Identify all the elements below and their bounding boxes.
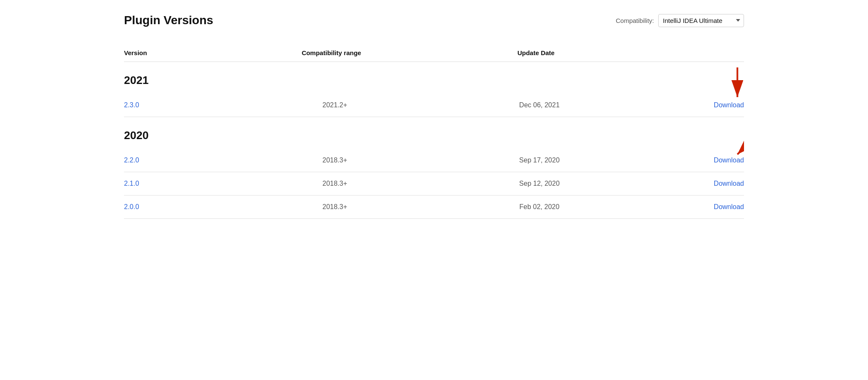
download-link[interactable]: Download xyxy=(714,101,744,109)
compat-range-cell: 2018.3+ xyxy=(198,149,471,172)
table-row: 2.0.0 2018.3+ Feb 02, 2020 Download xyxy=(124,196,744,219)
versions-table-wrapper: Version Compatibility range Update Date … xyxy=(124,44,744,219)
download-link[interactable]: Download xyxy=(714,156,744,164)
versions-table: Version Compatibility range Update Date … xyxy=(124,44,744,219)
page-title: Plugin Versions xyxy=(124,14,213,27)
download-cell: Download xyxy=(608,149,744,172)
update-date-cell: Sep 12, 2020 xyxy=(471,172,608,196)
update-date-cell: Feb 02, 2020 xyxy=(471,196,608,219)
compat-range-cell: 2021.2+ xyxy=(198,94,471,117)
compatibility-label: Compatibility: xyxy=(616,17,654,24)
table-header-row: Version Compatibility range Update Date xyxy=(124,44,744,62)
page-header: Plugin Versions Compatibility: IntelliJ … xyxy=(124,14,744,27)
col-header-download xyxy=(608,44,744,62)
update-date-cell: Sep 17, 2020 xyxy=(471,149,608,172)
col-header-version: Version xyxy=(124,44,198,62)
version-cell: 2.3.0 xyxy=(124,94,198,117)
compatibility-selector: Compatibility: IntelliJ IDEA UltimateInt… xyxy=(616,14,744,27)
download-cell: Download xyxy=(608,172,744,196)
version-link[interactable]: 2.2.0 xyxy=(124,156,139,164)
version-cell: 2.0.0 xyxy=(124,196,198,219)
compat-range-cell: 2018.3+ xyxy=(198,172,471,196)
year-group-row-2021: 2021 xyxy=(124,62,744,94)
version-cell: 2.2.0 xyxy=(124,149,198,172)
col-header-compat: Compatibility range xyxy=(198,44,471,62)
year-label: 2021 xyxy=(124,62,744,94)
version-link[interactable]: 2.3.0 xyxy=(124,101,139,109)
download-cell: Download xyxy=(608,196,744,219)
compatibility-select[interactable]: IntelliJ IDEA UltimateIntelliJ IDEA Comm… xyxy=(658,14,744,27)
col-header-date: Update Date xyxy=(471,44,608,62)
year-group-row-2020: 2020 xyxy=(124,117,744,149)
download-link[interactable]: Download xyxy=(714,203,744,210)
update-date-cell: Dec 06, 2021 xyxy=(471,94,608,117)
compat-range-cell: 2018.3+ xyxy=(198,196,471,219)
table-row: 2.2.0 2018.3+ Sep 17, 2020 Download xyxy=(124,149,744,172)
version-cell: 2.1.0 xyxy=(124,172,198,196)
download-cell: Download xyxy=(608,94,744,117)
table-row: 2.3.0 2021.2+ Dec 06, 2021 Download xyxy=(124,94,744,117)
year-label: 2020 xyxy=(124,117,744,149)
version-link[interactable]: 2.1.0 xyxy=(124,180,139,187)
download-link[interactable]: Download xyxy=(714,180,744,187)
table-row: 2.1.0 2018.3+ Sep 12, 2020 Download xyxy=(124,172,744,196)
version-link[interactable]: 2.0.0 xyxy=(124,203,139,210)
